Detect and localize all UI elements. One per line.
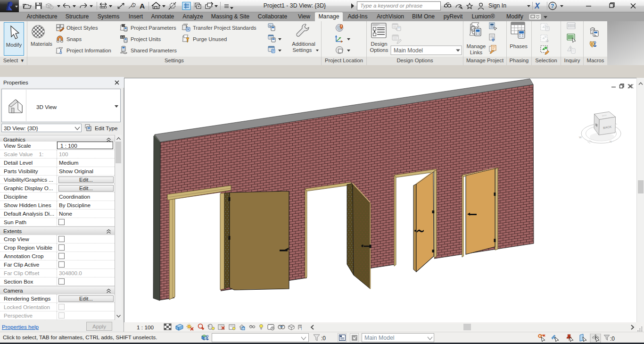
svg-text:X: X xyxy=(534,2,540,10)
svg-text:N: N xyxy=(610,140,611,143)
svg-text::0: :0 xyxy=(610,336,615,342)
svg-text:1: 1 xyxy=(132,3,134,7)
svg-text:?: ? xyxy=(551,3,554,9)
svg-text:A: A xyxy=(140,2,145,10)
svg-text::0: :0 xyxy=(321,335,326,342)
svg-text:W: W xyxy=(579,136,582,139)
svg-text:Main Model: Main Model xyxy=(394,47,423,54)
svg-text:!: ! xyxy=(591,42,593,47)
